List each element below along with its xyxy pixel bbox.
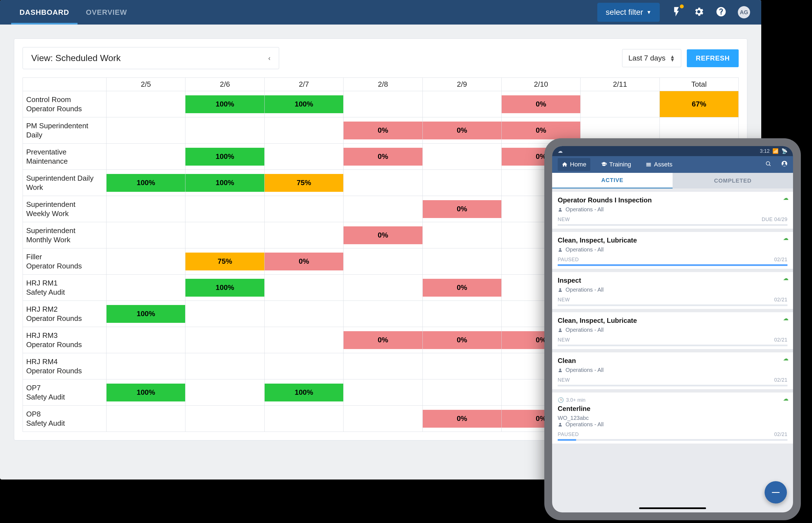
home-indicator bbox=[639, 507, 706, 509]
sync-cloud-icon: ☁ bbox=[783, 275, 789, 282]
grid-cell bbox=[185, 327, 264, 353]
table-row: Control RoomOperator Rounds100%100%0%67% bbox=[23, 91, 739, 118]
date-range-label: Last 7 days bbox=[629, 54, 666, 62]
cloud-status-icon: ☁ bbox=[558, 148, 563, 154]
grid-cell bbox=[344, 405, 422, 432]
view-select[interactable]: View: Scheduled Work ‹ bbox=[23, 47, 279, 69]
grid-column-header: 2/7 bbox=[264, 78, 343, 91]
select-filter-label: select filter bbox=[606, 8, 643, 17]
grid-column-header: Total bbox=[660, 78, 738, 91]
person-icon bbox=[558, 368, 563, 373]
task-org: Operations - All bbox=[558, 206, 788, 213]
svg-point-0 bbox=[766, 162, 770, 165]
gear-icon[interactable] bbox=[693, 6, 704, 18]
notifications-icon[interactable] bbox=[671, 6, 682, 18]
nav-home-label: Home bbox=[570, 161, 587, 168]
task-card[interactable]: ☁Operator Rounds I InspectionOperations … bbox=[552, 192, 793, 229]
task-org: Operations - All bbox=[558, 367, 788, 373]
row-label: Superintendent DailyWork bbox=[23, 170, 107, 196]
task-due: 02/21 bbox=[774, 337, 788, 343]
grid-cell bbox=[107, 91, 185, 118]
grid-cell bbox=[264, 222, 343, 248]
task-card[interactable]: ☁CleanOperations - AllNEW02/21 bbox=[552, 353, 793, 389]
row-label: PM SuperindententDaily bbox=[23, 118, 107, 144]
row-label: HRJ RM1Safety Audit bbox=[23, 275, 107, 301]
tablet-tabs: ACTIVE COMPLETED bbox=[552, 173, 793, 188]
task-progress-bar bbox=[558, 304, 788, 306]
person-icon bbox=[558, 328, 563, 332]
nav-training-label: Training bbox=[609, 161, 631, 168]
chevron-left-icon: ‹ bbox=[268, 54, 270, 62]
top-tabs: DASHBOARD OVERVIEW bbox=[11, 0, 136, 24]
help-icon[interactable] bbox=[716, 6, 727, 18]
grid-cell bbox=[344, 91, 422, 118]
fab-menu-button[interactable] bbox=[764, 481, 787, 504]
grid-cell bbox=[344, 248, 422, 275]
tablet-status-bar: ☁ 3:12 📶 📡 bbox=[552, 146, 793, 156]
grid-cell: 100% bbox=[185, 144, 264, 170]
grid-cell: 0% bbox=[501, 91, 580, 118]
grid-cell bbox=[422, 91, 501, 118]
grid-cell bbox=[344, 196, 422, 222]
grid-cell bbox=[264, 118, 343, 144]
task-card[interactable]: ☁InspectOperations - AllNEW02/21 bbox=[552, 272, 793, 309]
tab-overview[interactable]: OVERVIEW bbox=[77, 0, 136, 24]
grid-cell bbox=[264, 144, 343, 170]
grid-cell: 100% bbox=[264, 379, 343, 405]
select-filter-button[interactable]: select filter ▼ bbox=[597, 3, 660, 22]
user-icon[interactable] bbox=[781, 161, 788, 168]
task-status: PAUSED bbox=[558, 432, 579, 437]
chevron-down-icon: ▼ bbox=[646, 10, 651, 15]
row-label: SuperintendentMonthly Work bbox=[23, 222, 107, 248]
grid-cell bbox=[422, 379, 501, 405]
grid-column-header: 2/10 bbox=[501, 78, 580, 91]
tablet-device: ☁ 3:12 📶 📡 Home Training Assets bbox=[544, 138, 801, 520]
task-title: Clean bbox=[558, 357, 788, 365]
grid-column-header: 2/9 bbox=[422, 78, 501, 91]
tab-completed[interactable]: COMPLETED bbox=[672, 173, 793, 188]
search-icon[interactable] bbox=[765, 161, 771, 168]
task-card[interactable]: ☁🕒3.0+ minCenterlineWO_123abcOperations … bbox=[552, 393, 793, 444]
task-card[interactable]: ☁Clean, Inspect, LubricateOperations - A… bbox=[552, 312, 793, 349]
row-label: HRJ RM2Operator Rounds bbox=[23, 301, 107, 327]
refresh-label: REFRESH bbox=[696, 54, 730, 62]
grid-cell: 0% bbox=[344, 144, 422, 170]
task-due: 02/21 bbox=[774, 377, 788, 383]
signal-icon: 📶 bbox=[772, 148, 778, 154]
task-card[interactable]: ☁Clean, Inspect, LubricateOperations - A… bbox=[552, 232, 793, 269]
grid-column-header: 2/8 bbox=[344, 78, 422, 91]
grid-cell bbox=[344, 379, 422, 405]
date-range-select[interactable]: Last 7 days ▲▼ bbox=[622, 49, 682, 67]
task-org: Operations - All bbox=[558, 327, 788, 333]
grid-cell: 75% bbox=[264, 170, 343, 196]
nav-assets[interactable]: Assets bbox=[642, 158, 676, 171]
updown-icon: ▲▼ bbox=[670, 55, 675, 61]
grid-cell: 0% bbox=[422, 118, 501, 144]
svg-point-2 bbox=[783, 162, 785, 164]
grid-cell bbox=[107, 405, 185, 432]
avatar[interactable]: AG bbox=[738, 6, 750, 18]
task-progress-bar bbox=[558, 385, 788, 386]
task-title: Inspect bbox=[558, 276, 788, 284]
grid-cell: 100% bbox=[107, 301, 185, 327]
grid-column-header: 2/6 bbox=[185, 78, 264, 91]
person-icon bbox=[558, 247, 563, 252]
nav-training[interactable]: Training bbox=[597, 158, 635, 171]
tab-active[interactable]: ACTIVE bbox=[552, 173, 672, 188]
refresh-button[interactable]: REFRESH bbox=[687, 49, 739, 67]
tab-overview-label: OVERVIEW bbox=[86, 8, 127, 17]
grid-cell bbox=[185, 196, 264, 222]
tab-completed-label: COMPLETED bbox=[714, 178, 752, 184]
grid-cell: 67% bbox=[660, 91, 738, 118]
task-title: Operator Rounds I Inspection bbox=[558, 196, 788, 204]
nav-home[interactable]: Home bbox=[558, 158, 590, 171]
task-progress-bar bbox=[558, 439, 788, 441]
tab-dashboard[interactable]: DASHBOARD bbox=[11, 0, 77, 24]
notification-dot bbox=[680, 4, 684, 8]
grid-cell bbox=[185, 301, 264, 327]
home-icon bbox=[562, 161, 568, 167]
clock-icon: 🕒 bbox=[558, 397, 564, 403]
grid-cell bbox=[185, 379, 264, 405]
task-org: Operations - All bbox=[558, 421, 788, 428]
grid-cell bbox=[264, 353, 343, 379]
